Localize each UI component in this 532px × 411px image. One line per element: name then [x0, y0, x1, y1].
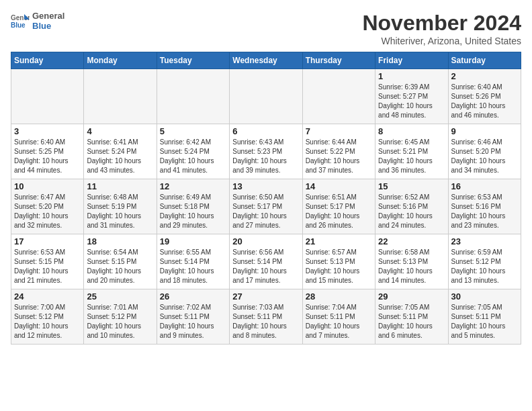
calendar-day-cell: 12Sunrise: 6:49 AM Sunset: 5:18 PM Dayli…	[157, 179, 229, 234]
day-number: 26	[160, 291, 226, 302]
day-info: Sunrise: 6:46 AM Sunset: 5:20 PM Dayligh…	[451, 138, 518, 175]
day-info: Sunrise: 6:39 AM Sunset: 5:27 PM Dayligh…	[378, 83, 445, 120]
day-info: Sunrise: 6:53 AM Sunset: 5:15 PM Dayligh…	[14, 248, 81, 285]
weekday-header: Thursday	[302, 52, 375, 69]
day-number: 22	[378, 236, 445, 246]
logo-icon: General Blue	[11, 11, 30, 30]
calendar-day-cell: 5Sunrise: 6:42 AM Sunset: 5:24 PM Daylig…	[157, 124, 229, 179]
calendar-day-cell: 28Sunrise: 7:04 AM Sunset: 5:11 PM Dayli…	[302, 289, 375, 345]
calendar-week-row: 10Sunrise: 6:47 AM Sunset: 5:20 PM Dayli…	[11, 179, 521, 234]
calendar-day-cell: 30Sunrise: 7:05 AM Sunset: 5:11 PM Dayli…	[448, 289, 521, 345]
day-number: 21	[306, 236, 372, 246]
day-number: 15	[378, 181, 445, 191]
day-info: Sunrise: 7:04 AM Sunset: 5:11 PM Dayligh…	[306, 303, 372, 340]
calendar-day-cell: 3Sunrise: 6:40 AM Sunset: 5:25 PM Daylig…	[11, 124, 84, 179]
day-number: 5	[160, 126, 226, 136]
day-info: Sunrise: 7:01 AM Sunset: 5:12 PM Dayligh…	[87, 303, 153, 340]
calendar-day-cell: 6Sunrise: 6:43 AM Sunset: 5:23 PM Daylig…	[230, 124, 302, 179]
calendar-day-cell: 9Sunrise: 6:46 AM Sunset: 5:20 PM Daylig…	[448, 124, 521, 179]
day-number: 14	[306, 181, 372, 191]
day-number: 12	[160, 181, 226, 191]
day-info: Sunrise: 6:55 AM Sunset: 5:14 PM Dayligh…	[160, 248, 226, 285]
calendar-day-cell: 8Sunrise: 6:45 AM Sunset: 5:21 PM Daylig…	[375, 124, 448, 179]
logo-blue-text: Blue	[32, 21, 64, 31]
day-number: 1	[378, 71, 445, 81]
day-number: 16	[451, 181, 518, 191]
day-info: Sunrise: 6:53 AM Sunset: 5:16 PM Dayligh…	[451, 193, 518, 230]
calendar-day-cell: 19Sunrise: 6:55 AM Sunset: 5:14 PM Dayli…	[157, 234, 229, 289]
calendar-day-cell: 25Sunrise: 7:01 AM Sunset: 5:12 PM Dayli…	[84, 289, 157, 345]
day-number: 18	[87, 236, 153, 246]
weekday-header: Sunday	[11, 52, 84, 69]
calendar-day-cell: 15Sunrise: 6:52 AM Sunset: 5:16 PM Dayli…	[375, 179, 448, 234]
month-title: November 2024	[362, 11, 521, 36]
calendar-day-cell	[84, 69, 157, 124]
weekday-header: Wednesday	[230, 52, 302, 69]
calendar-day-cell	[157, 69, 229, 124]
day-number: 9	[451, 126, 518, 136]
calendar-day-cell: 22Sunrise: 6:58 AM Sunset: 5:13 PM Dayli…	[375, 234, 448, 289]
day-info: Sunrise: 7:05 AM Sunset: 5:11 PM Dayligh…	[378, 303, 445, 340]
calendar-day-cell: 10Sunrise: 6:47 AM Sunset: 5:20 PM Dayli…	[11, 179, 84, 234]
calendar-week-row: 1Sunrise: 6:39 AM Sunset: 5:27 PM Daylig…	[11, 69, 521, 124]
day-number: 19	[160, 236, 226, 246]
calendar-day-cell: 24Sunrise: 7:00 AM Sunset: 5:12 PM Dayli…	[11, 289, 84, 345]
day-number: 11	[87, 181, 153, 191]
day-number: 2	[451, 71, 518, 81]
day-info: Sunrise: 6:40 AM Sunset: 5:26 PM Dayligh…	[451, 83, 518, 120]
weekday-header: Friday	[375, 52, 448, 69]
day-number: 4	[87, 126, 153, 136]
calendar-week-row: 17Sunrise: 6:53 AM Sunset: 5:15 PM Dayli…	[11, 234, 521, 289]
day-number: 23	[451, 236, 518, 246]
calendar-day-cell: 11Sunrise: 6:48 AM Sunset: 5:19 PM Dayli…	[84, 179, 157, 234]
day-info: Sunrise: 6:58 AM Sunset: 5:13 PM Dayligh…	[378, 248, 445, 285]
day-info: Sunrise: 6:59 AM Sunset: 5:12 PM Dayligh…	[451, 248, 518, 285]
calendar-day-cell: 14Sunrise: 6:51 AM Sunset: 5:17 PM Dayli…	[302, 179, 375, 234]
day-number: 28	[306, 291, 372, 302]
calendar-week-row: 3Sunrise: 6:40 AM Sunset: 5:25 PM Daylig…	[11, 124, 521, 179]
day-info: Sunrise: 6:49 AM Sunset: 5:18 PM Dayligh…	[160, 193, 226, 230]
calendar-day-cell	[302, 69, 375, 124]
day-number: 10	[14, 181, 81, 191]
calendar-day-cell: 7Sunrise: 6:44 AM Sunset: 5:22 PM Daylig…	[302, 124, 375, 179]
calendar-day-cell	[11, 69, 84, 124]
day-number: 3	[14, 126, 81, 136]
title-area: November 2024 Whiteriver, Arizona, Unite…	[362, 11, 521, 46]
calendar-day-cell: 27Sunrise: 7:03 AM Sunset: 5:11 PM Dayli…	[230, 289, 302, 345]
logo: General Blue General Blue	[11, 11, 64, 31]
day-info: Sunrise: 6:42 AM Sunset: 5:24 PM Dayligh…	[160, 138, 226, 175]
day-info: Sunrise: 6:41 AM Sunset: 5:24 PM Dayligh…	[87, 138, 153, 175]
logo-general-text: General	[32, 11, 64, 21]
day-info: Sunrise: 6:57 AM Sunset: 5:13 PM Dayligh…	[306, 248, 372, 285]
weekday-header: Saturday	[448, 52, 521, 69]
day-info: Sunrise: 6:44 AM Sunset: 5:22 PM Dayligh…	[306, 138, 372, 175]
day-number: 24	[14, 291, 81, 302]
day-info: Sunrise: 6:47 AM Sunset: 5:20 PM Dayligh…	[14, 193, 81, 230]
day-info: Sunrise: 7:03 AM Sunset: 5:11 PM Dayligh…	[232, 303, 299, 340]
day-info: Sunrise: 6:45 AM Sunset: 5:21 PM Dayligh…	[378, 138, 445, 175]
day-number: 6	[232, 126, 299, 136]
day-number: 29	[378, 291, 445, 302]
calendar-day-cell: 23Sunrise: 6:59 AM Sunset: 5:12 PM Dayli…	[448, 234, 521, 289]
day-info: Sunrise: 6:56 AM Sunset: 5:14 PM Dayligh…	[232, 248, 299, 285]
day-info: Sunrise: 6:48 AM Sunset: 5:19 PM Dayligh…	[87, 193, 153, 230]
svg-text:Blue: Blue	[11, 21, 26, 29]
calendar-week-row: 24Sunrise: 7:00 AM Sunset: 5:12 PM Dayli…	[11, 289, 521, 345]
calendar-day-cell: 20Sunrise: 6:56 AM Sunset: 5:14 PM Dayli…	[230, 234, 302, 289]
day-info: Sunrise: 7:00 AM Sunset: 5:12 PM Dayligh…	[14, 303, 81, 340]
weekday-header: Tuesday	[157, 52, 229, 69]
day-number: 27	[232, 291, 299, 302]
day-info: Sunrise: 6:43 AM Sunset: 5:23 PM Dayligh…	[232, 138, 299, 175]
calendar-day-cell: 29Sunrise: 7:05 AM Sunset: 5:11 PM Dayli…	[375, 289, 448, 345]
weekday-header: Monday	[84, 52, 157, 69]
day-number: 17	[14, 236, 81, 246]
day-number: 20	[232, 236, 299, 246]
day-number: 7	[306, 126, 372, 136]
day-info: Sunrise: 7:02 AM Sunset: 5:11 PM Dayligh…	[160, 303, 226, 340]
calendar-day-cell: 2Sunrise: 6:40 AM Sunset: 5:26 PM Daylig…	[448, 69, 521, 124]
day-number: 25	[87, 291, 153, 302]
day-info: Sunrise: 6:51 AM Sunset: 5:17 PM Dayligh…	[306, 193, 372, 230]
page-header: General Blue General Blue November 2024 …	[11, 11, 521, 46]
calendar-day-cell: 13Sunrise: 6:50 AM Sunset: 5:17 PM Dayli…	[230, 179, 302, 234]
calendar-day-cell: 16Sunrise: 6:53 AM Sunset: 5:16 PM Dayli…	[448, 179, 521, 234]
